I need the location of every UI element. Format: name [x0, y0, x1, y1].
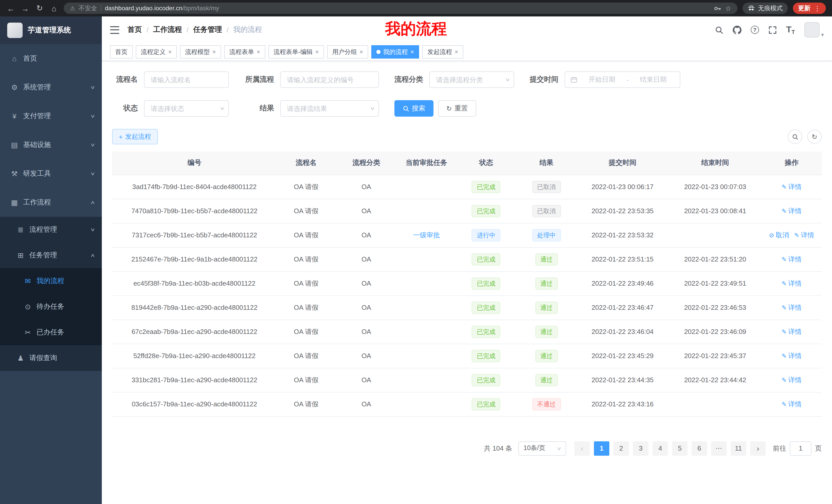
process-name-input[interactable] — [144, 72, 229, 88]
next-page-button[interactable]: › — [750, 441, 766, 455]
breadcrumb-home[interactable]: 首页 — [128, 25, 142, 34]
category-select-input[interactable] — [430, 72, 514, 88]
tab-process-definition[interactable]: 流程定义× — [136, 45, 177, 59]
category-select[interactable]: ∨ — [430, 72, 514, 88]
incognito-icon — [748, 5, 755, 12]
sidebar: 芋道管理系统 ⌂首页 ⚙系统管理∨ ¥支付管理∨ ▤基础设施∨ ⚒研发工具∨ ▦… — [0, 17, 102, 504]
reset-button[interactable]: ↻重置 — [438, 100, 476, 117]
more-pages-button[interactable]: ⋯ — [711, 441, 727, 455]
browser-home-icon[interactable]: ⌂ — [49, 4, 59, 12]
task-link[interactable]: 一级审批 — [413, 231, 440, 239]
sidebar-item-process-management[interactable]: ≣流程管理∨ — [0, 217, 102, 243]
cell-category: OA — [336, 223, 397, 247]
tab-process-form[interactable]: 流程表单× — [224, 45, 265, 59]
back-icon[interactable]: ← — [6, 4, 16, 12]
cell-category: OA — [336, 175, 397, 199]
result-badge: 已取消 — [532, 205, 561, 217]
detail-link[interactable]: ✎详情 — [782, 206, 802, 216]
date-range-picker[interactable]: 开始日期 - 结束日期 — [565, 72, 680, 88]
detail-link[interactable]: ✎详情 — [782, 182, 802, 191]
detail-link[interactable]: ✎详情 — [782, 327, 802, 336]
status-select-input[interactable] — [144, 100, 229, 117]
page-button-1[interactable]: 1 — [594, 441, 609, 455]
security-label[interactable]: 不安全 — [79, 4, 97, 12]
gear-icon: ⚙ — [10, 83, 19, 91]
detail-link[interactable]: ✎详情 — [782, 375, 802, 385]
sidebar-item-home[interactable]: ⌂首页 — [0, 44, 102, 73]
page-button-4[interactable]: 4 — [653, 441, 668, 455]
bookmark-star-icon[interactable]: ☆ — [725, 4, 731, 12]
sidebar-item-leave-query[interactable]: ♟请假查询 — [0, 345, 102, 371]
close-icon[interactable]: × — [212, 48, 216, 55]
cancel-link[interactable]: ⊘取消 — [769, 230, 789, 240]
sidebar-item-infra[interactable]: ▤基础设施∨ — [0, 131, 102, 159]
process-id-input[interactable] — [280, 72, 379, 88]
user-avatar[interactable]: ▾ — [804, 22, 824, 37]
page-button-2[interactable]: 2 — [614, 441, 629, 455]
result-select-input[interactable] — [280, 100, 379, 117]
sidebar-item-my-process[interactable]: ✉我的流程 — [0, 268, 102, 294]
prev-page-button[interactable]: ‹ — [574, 441, 590, 455]
jump-page-input[interactable] — [790, 441, 811, 455]
filter-label-owning-process: 所属流程 — [244, 75, 274, 84]
sidebar-item-workflow[interactable]: ▦工作流程∧ — [0, 188, 102, 217]
tab-user-group[interactable]: 用户分组× — [327, 45, 368, 59]
page-size-select[interactable]: 10条/页 ∨ — [518, 441, 566, 455]
sidebar-item-todo-task[interactable]: ⊙待办任务 — [0, 294, 102, 319]
cell-submit-time: 2022-01-22 23:43:16 — [576, 392, 669, 416]
search-button[interactable]: 搜索 — [394, 100, 434, 117]
sidebar-item-done-task[interactable]: ✂已办任务 — [0, 319, 102, 345]
reload-icon[interactable]: ↻ — [35, 4, 44, 13]
start-date-placeholder[interactable]: 开始日期 — [580, 75, 623, 84]
detail-link[interactable]: ✎详情 — [782, 279, 802, 288]
sidebar-item-payment[interactable]: ¥支付管理∨ — [0, 102, 102, 131]
close-icon[interactable]: × — [454, 48, 458, 55]
tab-home[interactable]: 首页 — [110, 45, 133, 59]
tab-process-form-edit[interactable]: 流程表单-编辑× — [268, 45, 324, 59]
url-text[interactable]: dashboard.yudao.iocoder.cn/bpm/task/my — [105, 5, 219, 12]
cell-end-time — [669, 392, 761, 416]
font-size-icon[interactable]: TT — [786, 25, 795, 35]
menu-dots-icon[interactable]: ⋮ — [814, 4, 821, 12]
sidebar-item-task-management[interactable]: ⊞任务管理∧ — [0, 243, 102, 268]
detail-link[interactable]: ✎详情 — [782, 399, 802, 409]
key-icon[interactable] — [714, 4, 722, 12]
sidebar-item-devtools[interactable]: ⚒研发工具∨ — [0, 159, 102, 188]
hamburger-icon[interactable] — [110, 26, 119, 34]
page-button-3[interactable]: 3 — [633, 441, 648, 455]
breadcrumb-workflow[interactable]: 工作流程 — [153, 25, 182, 34]
url-bar[interactable]: ⚠ 不安全 dashboard.yudao.iocoder.cn/bpm/tas… — [64, 3, 737, 14]
close-icon[interactable]: × — [168, 48, 172, 55]
page-button-11[interactable]: 11 — [731, 441, 746, 455]
sidebar-item-system[interactable]: ⚙系统管理∨ — [0, 73, 102, 102]
status-select[interactable]: ∨ — [144, 100, 229, 117]
detail-link[interactable]: ✎详情 — [782, 303, 802, 312]
github-icon[interactable] — [733, 25, 742, 34]
tab-start-process[interactable]: 发起流程× — [422, 45, 463, 59]
update-button[interactable]: 更新 ⋮ — [793, 3, 826, 14]
close-icon[interactable]: × — [410, 48, 414, 55]
page-button-6[interactable]: 6 — [692, 441, 707, 455]
forward-icon[interactable]: → — [21, 4, 30, 12]
detail-link[interactable]: ✎详情 — [794, 230, 814, 240]
page-button-5[interactable]: 5 — [672, 441, 687, 455]
close-icon[interactable]: × — [257, 48, 260, 55]
fullscreen-icon[interactable] — [768, 25, 777, 34]
end-date-placeholder[interactable]: 结束日期 — [632, 75, 675, 84]
refresh-table-button[interactable]: ↻ — [807, 130, 822, 144]
cell-category: OA — [336, 199, 397, 223]
column-status: 状态 — [456, 151, 517, 175]
help-icon[interactable]: ? — [751, 26, 759, 34]
tab-process-model[interactable]: 流程模型× — [180, 45, 221, 59]
result-select[interactable]: ∨ — [280, 100, 379, 117]
detail-link[interactable]: ✎详情 — [782, 255, 802, 264]
tab-my-process[interactable]: 我的流程× — [371, 45, 419, 59]
detail-link[interactable]: ✎详情 — [782, 351, 802, 360]
menu-label: 研发工具 — [23, 169, 51, 178]
search-icon[interactable] — [715, 25, 724, 34]
toggle-search-button[interactable] — [788, 130, 802, 144]
close-icon[interactable]: × — [359, 48, 363, 55]
close-icon[interactable]: × — [315, 48, 319, 55]
breadcrumb-task-management[interactable]: 任务管理 — [193, 25, 222, 34]
create-process-button[interactable]: +发起流程 — [112, 129, 158, 144]
